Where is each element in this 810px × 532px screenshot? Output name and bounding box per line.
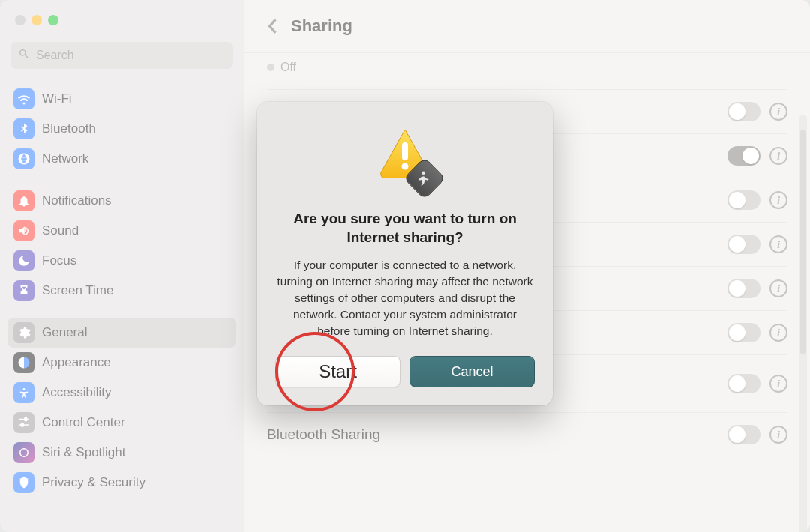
dialog-title: Are you sure you want to turn on Interne… [275,210,535,247]
warning-icon [372,127,438,192]
system-settings-window: Search Wi-Fi Bluetooth Network [0,0,810,532]
dialog-body: If your computer is connected to a netwo… [275,257,535,339]
confirm-internet-sharing-dialog: Are you sure you want to turn on Interne… [257,102,553,405]
modal-backdrop: Are you sure you want to turn on Interne… [0,0,810,532]
start-button[interactable]: Start [275,356,400,387]
svg-point-2 [402,163,409,170]
svg-rect-1 [402,142,408,160]
cancel-button[interactable]: Cancel [410,356,535,387]
